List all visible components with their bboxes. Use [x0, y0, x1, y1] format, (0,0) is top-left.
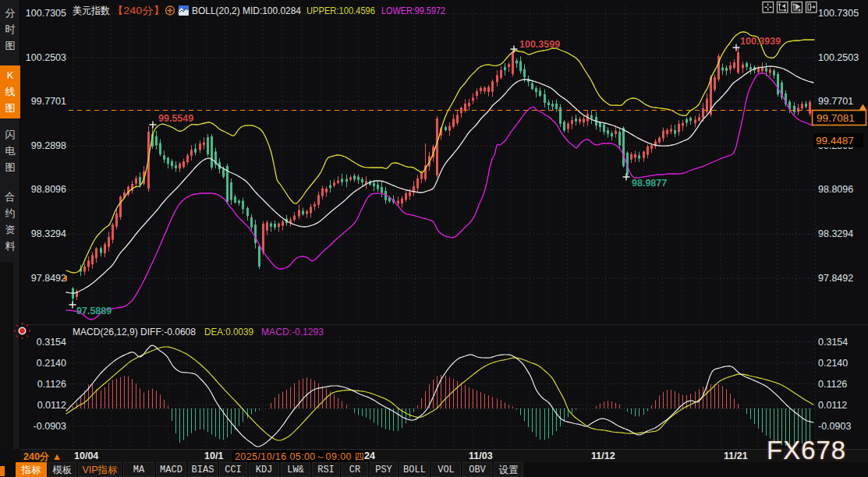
- svg-text:99.2898: 99.2898: [31, 140, 66, 151]
- svg-text:99.4487: 99.4487: [816, 135, 854, 147]
- svg-text:0.2140: 0.2140: [37, 358, 66, 369]
- svg-text:【240分】: 【240分】: [112, 5, 165, 16]
- svg-text:98.8096: 98.8096: [31, 184, 66, 195]
- svg-text:LOWER:99.5972: LOWER:99.5972: [381, 5, 445, 16]
- svg-text:98.8096: 98.8096: [818, 184, 853, 195]
- svg-text:-0.0903: -0.0903: [818, 421, 851, 432]
- svg-text:0.0112: 0.0112: [37, 400, 66, 411]
- svg-text:97.8492: 97.8492: [818, 273, 853, 284]
- svg-text:100.2503: 100.2503: [818, 52, 859, 63]
- svg-text:97.8492: 97.8492: [31, 273, 66, 284]
- svg-text:100.7305: 100.7305: [26, 8, 66, 19]
- svg-text:0.1126: 0.1126: [818, 379, 847, 390]
- svg-text:MACD(26,12,9) DIFF:-0.0608: MACD(26,12,9) DIFF:-0.0608: [73, 326, 196, 337]
- svg-text:BOLL(20,2) MID:100.0284: BOLL(20,2) MID:100.0284: [192, 5, 301, 16]
- svg-text:0.3154: 0.3154: [37, 337, 66, 348]
- svg-text:100.7305: 100.7305: [818, 8, 859, 19]
- svg-text:MACD:-0.1293: MACD:-0.1293: [261, 326, 324, 337]
- svg-text:99.7081: 99.7081: [817, 112, 855, 124]
- svg-text:0.2140: 0.2140: [818, 358, 848, 369]
- svg-text:98.3294: 98.3294: [31, 228, 66, 239]
- svg-text:99.7701: 99.7701: [31, 96, 66, 107]
- svg-text:0.1126: 0.1126: [37, 379, 66, 390]
- svg-text:97.5889: 97.5889: [76, 306, 112, 316]
- svg-text:100.3939: 100.3939: [740, 36, 781, 47]
- svg-text:100.2503: 100.2503: [26, 52, 66, 63]
- svg-text:DEA:0.0039: DEA:0.0039: [204, 326, 253, 337]
- svg-text:-0.0903: -0.0903: [34, 421, 66, 432]
- svg-text:美元指数: 美元指数: [73, 5, 110, 16]
- svg-text:UPPER:100.4596: UPPER:100.4596: [306, 5, 375, 16]
- svg-text:98.3294: 98.3294: [818, 228, 853, 239]
- svg-text:0.3154: 0.3154: [818, 337, 848, 348]
- svg-text:98.9877: 98.9877: [632, 178, 667, 189]
- svg-text:99.7701: 99.7701: [818, 96, 853, 107]
- svg-text:99.5549: 99.5549: [158, 113, 193, 124]
- svg-text:0.0112: 0.0112: [818, 400, 847, 411]
- svg-text:100.3599: 100.3599: [519, 39, 560, 50]
